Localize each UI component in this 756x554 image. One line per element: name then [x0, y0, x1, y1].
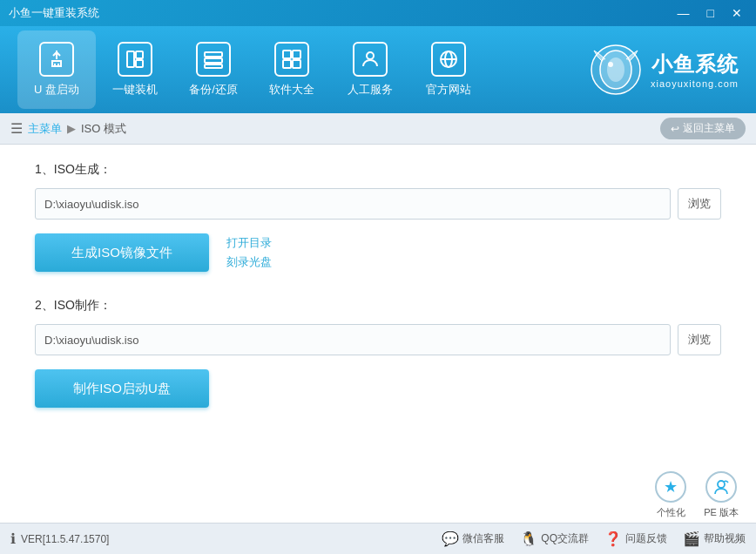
menu-icon: ☰: [10, 120, 23, 137]
wechat-service-link[interactable]: 💬 微信客服: [442, 530, 504, 547]
section1-path-input[interactable]: [35, 188, 671, 220]
nav-item-service[interactable]: 人工服务: [331, 30, 409, 109]
main-content: 1、ISO生成： 浏览 生成ISO镜像文件 打开目录 刻录光盘 2、ISO制作：…: [0, 145, 756, 523]
nav-item-usb[interactable]: U 盘启动: [17, 30, 96, 109]
nav-label-backup: 备份/还原: [189, 82, 238, 98]
usb-icon: [39, 42, 74, 77]
svg-rect-5: [205, 52, 222, 57]
pe-icon: [705, 471, 737, 503]
info-icon: ℹ: [10, 530, 16, 547]
personalize-icon: ★: [655, 471, 686, 503]
nav-label-usb: U 盘启动: [34, 82, 79, 98]
svg-rect-4: [136, 60, 143, 67]
svg-rect-2: [127, 51, 134, 67]
install-icon: [118, 42, 152, 77]
section1-browse-button[interactable]: 浏览: [678, 188, 721, 220]
make-usb-button[interactable]: 制作ISO启动U盘: [35, 369, 209, 408]
section-iso-make: 2、ISO制作： 浏览 制作ISO启动U盘: [35, 298, 721, 408]
breadcrumb-menu[interactable]: 主菜单: [28, 121, 62, 137]
footer-right: 💬 微信客服 🐧 QQ交流群 ❓ 问题反馈 🎬 帮助视频: [442, 530, 746, 547]
section1-title: 1、ISO生成：: [35, 162, 721, 178]
open-dir-link[interactable]: 打开目录: [226, 235, 272, 251]
qq-label: QQ交流群: [541, 531, 589, 546]
window-controls: — □ ✕: [672, 4, 747, 22]
software-icon: [274, 42, 309, 77]
title-bar: 小鱼一键重装系统 — □ ✕: [0, 0, 756, 26]
feedback-label: 问题反馈: [625, 531, 667, 546]
personalize-button[interactable]: ★ 个性化: [655, 471, 686, 519]
nav-label-service: 人工服务: [348, 82, 393, 98]
nav-item-install[interactable]: 一键装机: [96, 30, 174, 109]
qq-group-link[interactable]: 🐧 QQ交流群: [520, 530, 589, 547]
help-video-link[interactable]: 🎬 帮助视频: [683, 530, 746, 547]
nav-label-install: 一键装机: [112, 82, 158, 98]
svg-rect-3: [136, 51, 143, 58]
logo-url: xiaoyuxitong.com: [651, 78, 739, 89]
section1-input-row: 浏览: [35, 188, 721, 220]
nav-items: U 盘启动 一键装机: [17, 30, 590, 109]
footer: ℹ VER[11.5.47.1570] 💬 微信客服 🐧 QQ交流群 ❓ 问题反…: [0, 523, 756, 554]
breadcrumb-left: ☰ 主菜单 ▶ ISO 模式: [10, 120, 126, 137]
nav-item-software[interactable]: 软件大全: [253, 30, 331, 109]
svg-rect-6: [205, 58, 222, 63]
nav-label-software: 软件大全: [269, 82, 314, 98]
section2-browse-button[interactable]: 浏览: [678, 324, 721, 355]
personalize-label: 个性化: [657, 506, 685, 519]
back-label: 返回主菜单: [683, 121, 735, 136]
back-arrow-icon: ↩: [671, 123, 679, 135]
section2-action-row: 制作ISO启动U盘: [35, 369, 721, 408]
nav-item-backup[interactable]: 备份/还原: [174, 30, 253, 109]
svg-rect-11: [293, 51, 300, 58]
nav-item-official[interactable]: 官方网站: [409, 30, 488, 109]
minimize-button[interactable]: —: [672, 4, 695, 22]
feedback-icon: ❓: [604, 530, 622, 547]
app-title: 小鱼一键重装系统: [9, 5, 99, 21]
footer-left: ℹ VER[11.5.47.1570]: [10, 530, 109, 547]
pe-version-button[interactable]: PE 版本: [704, 471, 739, 519]
svg-rect-10: [283, 51, 291, 58]
svg-point-20: [607, 57, 624, 82]
logo-text: 小鱼系统 xiaoyuxitong.com: [651, 51, 739, 89]
svg-rect-13: [293, 60, 300, 68]
logo-area: 小鱼系统 xiaoyuxitong.com: [590, 44, 739, 96]
section2-path-input[interactable]: [35, 324, 671, 355]
breadcrumb-current: ISO 模式: [81, 121, 126, 137]
burn-disc-link[interactable]: 刻录光盘: [226, 254, 272, 270]
pe-label: PE 版本: [704, 506, 739, 519]
logo-name: 小鱼系统: [651, 51, 739, 78]
help-icon: 🎬: [683, 530, 700, 547]
breadcrumb: ☰ 主菜单 ▶ ISO 模式 ↩ 返回主菜单: [0, 113, 756, 145]
breadcrumb-separator: ▶: [67, 122, 76, 135]
generate-iso-button[interactable]: 生成ISO镜像文件: [35, 233, 209, 272]
svg-point-21: [608, 62, 613, 67]
svg-rect-7: [205, 64, 222, 68]
svg-rect-12: [283, 60, 291, 68]
official-icon: [431, 42, 466, 77]
section-iso-generate: 1、ISO生成： 浏览 生成ISO镜像文件 打开目录 刻录光盘: [35, 162, 721, 272]
section2-input-row: 浏览: [35, 324, 721, 355]
version-label: VER[11.5.47.1570]: [21, 533, 109, 545]
wechat-label: 微信客服: [462, 531, 504, 546]
close-button[interactable]: ✕: [726, 4, 747, 22]
header: U 盘启动 一键装机: [0, 26, 756, 113]
qq-icon: 🐧: [520, 530, 537, 547]
feedback-link[interactable]: ❓ 问题反馈: [604, 530, 667, 547]
logo-fish-icon: [590, 44, 642, 96]
back-button[interactable]: ↩ 返回主菜单: [660, 118, 746, 139]
section1-side-links: 打开目录 刻录光盘: [226, 235, 272, 270]
help-label: 帮助视频: [704, 531, 746, 546]
nav-label-official: 官方网站: [426, 82, 471, 98]
svg-point-22: [718, 481, 725, 488]
section1-action-row: 生成ISO镜像文件 打开目录 刻录光盘: [35, 233, 721, 272]
service-icon: [353, 42, 388, 77]
svg-point-14: [367, 52, 374, 59]
wechat-icon: 💬: [442, 530, 459, 547]
section2-title: 2、ISO制作：: [35, 298, 721, 314]
bottom-right-panel: ★ 个性化 PE 版本: [655, 471, 739, 519]
maximize-button[interactable]: □: [702, 4, 719, 22]
backup-icon: [196, 42, 231, 77]
